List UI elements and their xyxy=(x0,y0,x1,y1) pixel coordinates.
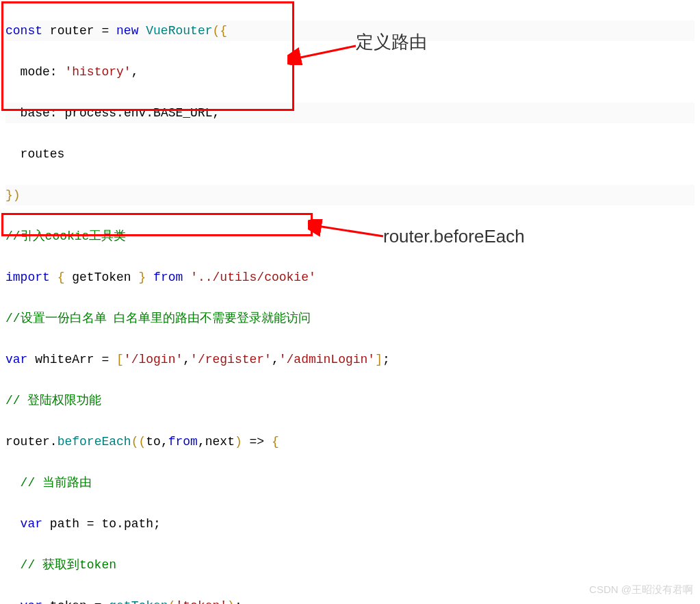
svg-line-1 xyxy=(317,226,383,236)
code-block: const router = new VueRouter({ mode: 'hi… xyxy=(0,0,700,604)
svg-line-0 xyxy=(297,46,356,58)
annotation-label-1: 定义路由 xyxy=(356,32,427,52)
arrow-icon xyxy=(287,38,363,65)
comment: //引入cookie工具类 xyxy=(5,229,126,243)
annotation-label-2: router.beforeEach xyxy=(383,226,525,247)
arrow-icon xyxy=(308,219,390,247)
comment: //设置一份白名单 白名单里的路由不需要登录就能访问 xyxy=(5,312,311,325)
watermark-text: CSDN @王昭没有君啊 xyxy=(589,579,693,600)
kw-const: const xyxy=(5,24,42,38)
comment: // 登陆权限功能 xyxy=(5,394,101,407)
